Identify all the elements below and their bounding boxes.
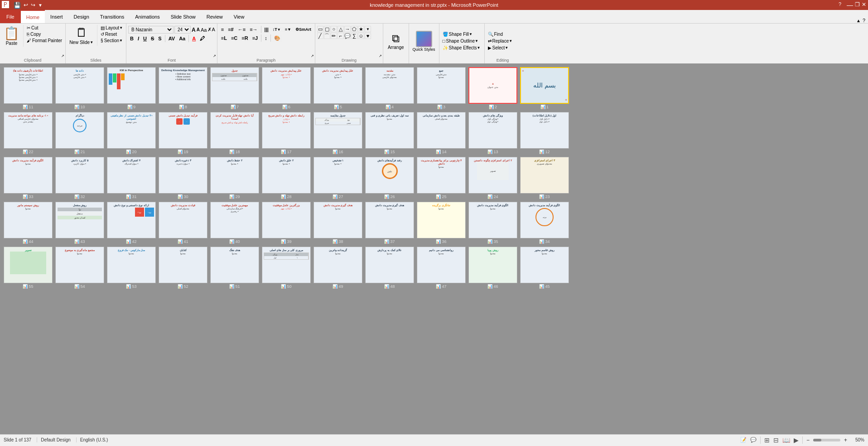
char-spacing-btn[interactable]: AV (167, 35, 177, 42)
replace-button[interactable]: ⇄ Replace ▼ (487, 38, 514, 44)
new-slide-button[interactable]: 🗒 New Slide ▼ (68, 25, 95, 46)
ribbon-expand-btn[interactable]: ▲ (856, 18, 861, 23)
shape-effects-button[interactable]: ✨ Shape Effects ▼ (441, 45, 482, 51)
tab-animations[interactable]: Animations (130, 10, 165, 23)
find-button[interactable]: 🔍 Find (487, 31, 504, 37)
font-size-select[interactable]: 24 (174, 26, 191, 34)
font-color-btn[interactable]: A (190, 35, 198, 42)
shadow-btn[interactable]: S (156, 35, 163, 42)
strikethrough-btn[interactable]: S (149, 35, 156, 42)
para-bg-btn[interactable]: 🎨 (272, 35, 282, 42)
tab-review[interactable]: Review (201, 10, 228, 23)
tab-slideshow[interactable]: Slide Show (165, 10, 201, 23)
equation-btn[interactable]: ∑ (351, 33, 357, 39)
zoom-out-btn[interactable]: − (806, 437, 810, 443)
freeform-btn[interactable]: ✏ (331, 33, 337, 39)
connector-btn[interactable]: ⌐ (338, 33, 344, 39)
more-shapes-btn[interactable]: ▼ (365, 26, 371, 32)
pentagon-btn[interactable]: ⬠ (351, 26, 357, 32)
slide-thumb-44[interactable]: روش سیستم مانور محتوا 📊44 (4, 202, 53, 244)
slide-thumb-9[interactable]: KM in Perspective 📊9 (107, 67, 156, 109)
slide-thumb-34[interactable]: الگوی فرآیند مدیریت دانش چرخه 📊34 (520, 202, 569, 244)
slide-thumb-18[interactable]: آیا دانش تهله قابل مدیریت کردن است؟ رابط… (210, 112, 259, 154)
slide-thumb-10[interactable]: داده ها • متن فارسی• متن فارسی 📊10 (55, 67, 104, 109)
slide-thumb-28[interactable]: ۲ خلق دانش • محتوا 📊28 (262, 157, 311, 199)
clear-format-btn[interactable]: Aa (201, 27, 207, 33)
font-expander[interactable]: ↗ (213, 54, 216, 58)
star-btn[interactable]: ★ (358, 26, 364, 32)
slide-thumb-42[interactable]: ارائه نوع دانستنی و نوع دانش نوع ۱ نوع ۲… (107, 202, 156, 244)
slide-thumb-27[interactable]: ۱ تشخیص • محتوا 📊27 (313, 157, 362, 199)
clear-all-format-btn[interactable]: ✗A (207, 27, 215, 33)
slide-thumb-35[interactable]: الگوی فرآیند مدیریت دانش محتوا 📊35 (468, 202, 517, 244)
arc-btn[interactable]: ⌒ (324, 33, 330, 39)
slide-thumb-11[interactable]: اطلاعات (آرشیف داده ها) • متن فارسی محتو… (4, 67, 53, 109)
slide-thumb-7[interactable]: جدول ستون ستون داده داده (210, 67, 259, 109)
align-right-btn[interactable]: ≡R (240, 35, 250, 41)
slide-thumb-52[interactable]: کتابان محتوا 📊52 (159, 247, 207, 289)
align-text-btn[interactable]: ≡▼ (283, 27, 293, 32)
slide-thumb-6[interactable]: علل پیدایش مدیریت دانش • نکات مهم• محتوا… (262, 67, 311, 109)
slide-thumb-38[interactable]: هدف گیری مدیریت دانش محتوا 📊38 (313, 202, 362, 244)
slide-thumb-43[interactable]: روش منفعل نوآ منفعل انسان محور 📊43 (55, 202, 104, 244)
reading-view-btn[interactable]: 📖 (782, 436, 790, 444)
slide-thumb-5[interactable]: علل پیدایش مدیریت دانش • متن• محتوا 📊5 (313, 67, 362, 109)
slide-thumb-8[interactable]: Defining Knowledge Management • Definiti… (159, 67, 207, 109)
slide-thumb-41[interactable]: قیادت مدیریت دانش محتوای اصلی 📊41 (159, 202, 207, 244)
paragraph-expander[interactable]: ↗ (311, 54, 314, 58)
copy-button[interactable]: ⎘ Copy (25, 31, 63, 37)
slides-panel[interactable]: اطلاعات (آرشیف داده ها) • متن فارسی محتو… (0, 63, 868, 434)
slide-thumb-13[interactable]: ویژگی های دانش • ویژگی اول• ویژگی دوم 📊1… (468, 112, 517, 154)
decrease-font-btn[interactable]: A (197, 27, 200, 32)
slide-thumb-50[interactable]: مروری کلی بر مدل های اصلی مدلویژگی ۱اول … (262, 247, 311, 289)
numbering-btn[interactable]: ≡# (226, 26, 236, 33)
slide-thumb-54[interactable]: مجتمع ماندگیری به موضوع محتوا 📊54 (55, 247, 104, 289)
line-btn[interactable]: ╱ (317, 33, 323, 39)
italic-btn[interactable]: I (136, 35, 141, 42)
slide-thumb-3[interactable]: جمع متن فارسیمحتوا 📊3 (417, 67, 466, 109)
cut-button[interactable]: ✂ Cut (25, 25, 63, 31)
reset-button[interactable]: ↺ Reset (99, 31, 124, 37)
columns-btn[interactable]: ||| (263, 26, 270, 33)
layout-button[interactable]: ▤ Layout ▼ (99, 25, 124, 31)
align-center-btn[interactable]: ≡C (229, 35, 239, 41)
slide-thumb-33[interactable]: الگوی فرآیند مدیریت دانش محتوا 📊33 (4, 157, 53, 199)
tab-view[interactable]: View (228, 10, 250, 23)
slide-thumb-29[interactable]: ۲ حفظ دانش • محتوا 📊29 (210, 157, 259, 199)
quick-styles-button[interactable]: Quick Styles (411, 30, 437, 53)
bold-btn[interactable]: B (128, 35, 135, 42)
slide-thumb-25[interactable]: ۴ چارچوبی برای پیادهسازی مدیریت دانش محت… (417, 157, 466, 199)
save-btn[interactable]: 💾 (14, 2, 21, 9)
smiley-btn[interactable]: ☺ (358, 33, 364, 39)
format-painter-button[interactable]: 🖌 Format Painter (25, 38, 63, 44)
zoom-slider[interactable] (813, 439, 840, 441)
arrange-button[interactable]: ⧉ Arrange (385, 31, 407, 51)
tab-insert[interactable]: Insert (45, 10, 68, 23)
slide-thumb-16[interactable]: جدول مقایسه نوع ویژگی ضمنی صریح (313, 112, 362, 154)
slide-thumb-32[interactable]: ۵ کاربرد دانش • موارد کاربرد 📊32 (55, 157, 104, 199)
slide-thumb-37[interactable]: هدف گیری مدیریت دانش محتوا 📊37 (365, 202, 414, 244)
slide-thumb-53[interactable]: مدل مارکوس - مک فروع محتوا 📊53 (107, 247, 156, 289)
slide-sorter-btn[interactable]: ⊟ (773, 436, 779, 444)
slide-thumb-15[interactable]: سه اول: تعریف باتی نظری و فنی محتوا 📊15 (365, 112, 414, 154)
slide-thumb-2[interactable]: + متن عنوان 📊2 (468, 67, 517, 109)
tab-file[interactable]: File (0, 10, 21, 23)
close-btn[interactable]: ✕ (862, 1, 866, 9)
shape-outline-button[interactable]: □ Shape Outline ▼ (441, 38, 480, 44)
highlight-btn[interactable]: 🖍 (198, 35, 207, 42)
justify-btn[interactable]: ≡J (251, 35, 260, 41)
align-left-btn[interactable]: ≡L (219, 35, 229, 41)
underline-btn[interactable]: U (141, 35, 149, 42)
increase-font-btn[interactable]: A (192, 27, 196, 33)
slideshow-btn[interactable]: ▶ (794, 436, 799, 444)
tab-home[interactable]: Home (21, 10, 45, 23)
slide-thumb-21[interactable]: دیاگرام چرخه 📊21 (55, 112, 104, 154)
slide-thumb-31[interactable]: ۴ اشتراک دانش • موارد اشتراک 📊31 (107, 157, 156, 199)
slide-thumb-46[interactable]: روش پویا محتوا 📊46 (468, 247, 517, 289)
ribbon-help-icon[interactable]: ? (863, 18, 865, 23)
oval-btn[interactable]: ○ (331, 26, 337, 32)
slide-thumb-23[interactable]: ۳ اجرای استراتژی محتوای تصویری 📊23 (520, 157, 569, 199)
bullets-btn[interactable]: ≡ (219, 26, 226, 33)
comments-btn[interactable]: 💬 (750, 437, 757, 443)
slide-thumb-45[interactable]: روش قاسم محور محتوا 📊45 (520, 247, 569, 289)
